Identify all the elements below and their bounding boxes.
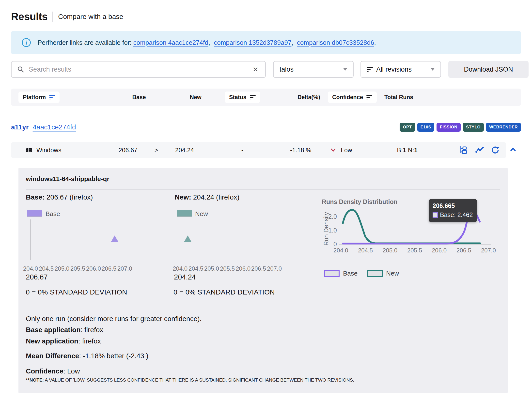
y-tick: 1.0 (323, 227, 337, 234)
base-stddev-text: 0 = 0% STANDARD DEVIATION (26, 288, 127, 296)
perfcompare-results-page: Results Compare with a base i Perfherder… (0, 0, 532, 402)
webrender-badge: WEBRENDER (486, 123, 521, 132)
tooltip-series-value: Base: 2.462 (440, 211, 473, 218)
perfherder-links-banner: i Perfherder links are available for: co… (11, 31, 521, 54)
base-chart-y-axis (30, 219, 31, 260)
axis-tick: 206.5 (455, 247, 472, 254)
axis-tick: 206.0 (431, 247, 448, 254)
download-json-button[interactable]: Download JSON (448, 61, 529, 78)
status-column-label: Status (229, 94, 246, 101)
clear-search-icon[interactable]: ✕ (251, 65, 260, 74)
base-legend-label: Base (46, 210, 60, 218)
axis-tick: 204.5 (187, 265, 204, 272)
base-column-label: Base (117, 89, 161, 106)
revisions-filter-select[interactable]: All revisions (360, 61, 441, 78)
axis-tick: 206.0 (235, 265, 252, 272)
delta-column-label: Delta(%) (284, 89, 333, 106)
info-icon: i (22, 38, 31, 47)
page-header: Results Compare with a base (11, 11, 123, 23)
confidence-filter-chip[interactable]: Confidence (328, 92, 377, 103)
stylo-badge: STYLO (463, 123, 484, 132)
base-value: 206.67 (106, 142, 150, 158)
search-input[interactable] (29, 66, 247, 73)
base-chart-x-axis (30, 260, 126, 260)
status-filter-chip[interactable]: Status (225, 92, 260, 103)
new-mean-marker (184, 235, 192, 242)
y-tick: 0 (323, 241, 337, 248)
banner-text: Perfherder links are available for: comp… (38, 39, 376, 46)
new-application-line: New application: firefox (26, 337, 101, 345)
base-stat-line: Base: 206.67 (firefox) (26, 193, 93, 201)
comparison-link-1[interactable]: comparison 4aac1ce274fd (133, 39, 208, 46)
banner-prefix: Perfherder links are available for: (38, 39, 132, 46)
row-action-icons (459, 142, 500, 158)
new-legend-label: New (195, 210, 208, 218)
panel-divider (26, 189, 500, 190)
confidence-cell: Low (330, 142, 352, 158)
e10s-badge: E10S (417, 123, 435, 132)
base-legend-swatch (27, 210, 42, 217)
filter-icon (49, 95, 55, 100)
platform-column-label: Platform (23, 94, 46, 101)
confidence-line: Confidence: Low (26, 367, 80, 375)
total-runs-column-label: Total Runs (384, 89, 438, 106)
confidence-value: Low (341, 142, 352, 158)
suite-group-row: a11yr 4aac1ce274fd OPT E10S FISSION STYL… (11, 120, 521, 135)
results-toolbar: ✕ talos All revisions Download JSON (0, 61, 532, 78)
chevron-down-icon (343, 68, 347, 71)
opt-badge: OPT (400, 123, 415, 132)
density-legend: Base New (324, 270, 399, 277)
y-tick: 2.0 (323, 213, 337, 220)
new-value: 204.24 (162, 142, 207, 158)
axis-tick: 205.0 (53, 265, 71, 272)
fission-badge: FISSION (437, 123, 461, 132)
axis-tick: 206.5 (100, 265, 118, 272)
axis-tick: 205.5 (69, 265, 86, 272)
axis-tick: 207.0 (116, 265, 133, 272)
density-tooltip: 206.665 Base: 2.462 (429, 199, 477, 222)
platform-filter-chip[interactable]: Platform (18, 92, 60, 103)
framework-value: talos (280, 66, 294, 73)
density-new-label: New (386, 270, 399, 277)
axis-tick: 206.0 (85, 265, 102, 272)
badge-list: OPT E10S FISSION STYLO WEBRENDER (400, 123, 521, 132)
tooltip-series-swatch (433, 212, 438, 218)
suite-name[interactable]: a11yr (11, 123, 29, 131)
subtests-tree-icon[interactable] (459, 146, 468, 155)
retrigger-refresh-icon[interactable] (491, 146, 500, 155)
new-column-label: New (173, 89, 218, 106)
regression-chevron-down-icon (330, 147, 336, 153)
axis-tick: 205.5 (406, 247, 423, 254)
base-mean-value: 206.67 (26, 273, 48, 281)
windows-logo-icon (25, 147, 32, 154)
confidence-column-label: Confidence (332, 94, 363, 101)
results-table-header: Platform Base New Status Delta(%) Confid… (11, 89, 521, 106)
new-mean-value: 204.24 (174, 273, 196, 281)
filter-icon (366, 95, 372, 100)
chevron-down-icon (431, 68, 435, 71)
base-mean-marker (111, 235, 119, 242)
new-chart-y-axis (180, 219, 180, 260)
delta-value: -1.18 % (276, 142, 325, 158)
filter-list-icon (367, 67, 373, 72)
subtest-name: windows11-64-shippable-qr (26, 175, 110, 183)
axis-tick: 204.5 (38, 265, 55, 272)
comparison-link-2[interactable]: comparison 1352d3789a97 (214, 39, 291, 46)
revision-link[interactable]: 4aac1ce274fd (33, 123, 76, 131)
new-chart-x-axis (180, 260, 275, 260)
collapse-row-button[interactable] (507, 144, 519, 156)
framework-select[interactable]: talos (273, 61, 354, 78)
density-base-swatch (324, 270, 340, 277)
axis-tick: 204.0 (332, 247, 349, 254)
axis-tick: 204.0 (22, 265, 39, 272)
axis-tick: 204.0 (172, 265, 189, 272)
page-subtitle: Compare with a base (58, 13, 123, 21)
platform-name: Windows (36, 142, 61, 158)
comparison-sign: > (149, 142, 164, 158)
graph-link-icon[interactable] (475, 146, 484, 155)
axis-tick: 205.0 (381, 247, 399, 254)
platform-row-wrap: Windows 206.67 > 204.24 - -1.18 % Low B:… (11, 142, 521, 158)
comparison-link-3[interactable]: comparison db07c33528d6 (297, 39, 374, 46)
density-base-label: Base (343, 270, 358, 277)
base-application-line: Base application: firefox (26, 326, 103, 334)
